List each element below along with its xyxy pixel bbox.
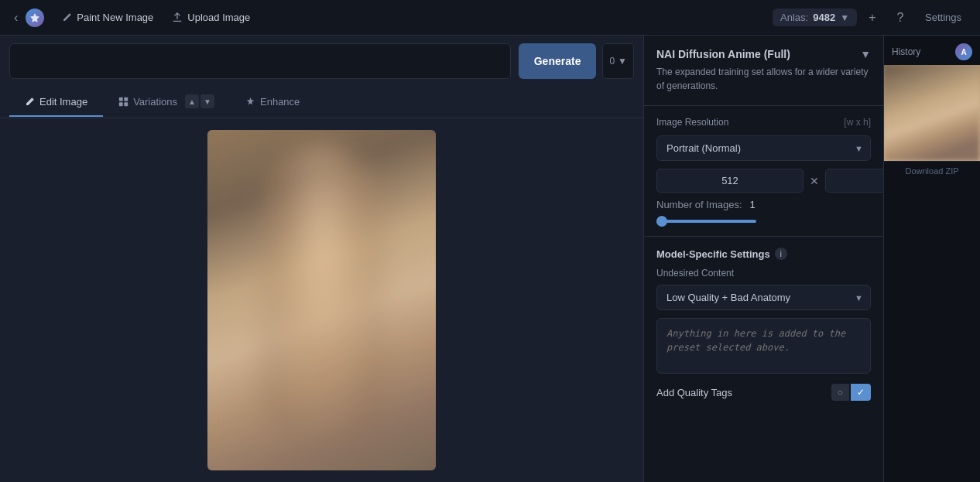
quality-tags-off-button[interactable]: ○ — [831, 384, 849, 401]
upload-icon — [172, 12, 183, 23]
download-zip-label: Download ZIP — [905, 166, 958, 176]
resolution-label-row: Image Resolution [w x h] — [656, 117, 871, 128]
add-button[interactable]: + — [860, 5, 885, 30]
help-button[interactable]: ? — [888, 5, 913, 30]
svg-rect-0 — [119, 97, 123, 101]
model-info: NAI Diffusion Anime (Full) The expanded … — [644, 36, 883, 106]
logo-icon — [26, 9, 44, 27]
variation-arrows: ▲ ▼ — [185, 94, 214, 108]
resolution-x-icon: ✕ — [810, 175, 819, 187]
variation-up-arrow[interactable]: ▲ — [185, 94, 199, 108]
anlas-label: Anlas: — [780, 12, 808, 23]
resolution-label: Image Resolution — [656, 117, 728, 128]
svg-rect-3 — [124, 102, 128, 106]
resolution-hint: [w x h] — [844, 117, 871, 128]
resolution-section: Image Resolution [w x h] Portrait (Norma… — [644, 106, 883, 237]
help-icon: ? — [897, 11, 904, 25]
image-area — [0, 118, 643, 482]
tab-edit-image[interactable]: Edit Image — [9, 88, 103, 117]
topnav: ‹ Paint New Image Upload Image Anlas: 94… — [0, 0, 980, 36]
resolution-width-input[interactable] — [656, 169, 804, 193]
number-of-images-row: Number of Images: 1 — [656, 199, 871, 210]
tab-edit-image-label: Edit Image — [39, 96, 87, 108]
model-title: NAI Diffusion Anime (Full) — [656, 48, 871, 60]
pencil-icon — [61, 12, 72, 23]
number-of-images-label: Number of Images: — [656, 199, 742, 210]
back-button[interactable]: ‹ — [9, 8, 22, 28]
logo — [26, 9, 44, 27]
right-panel: NAI Diffusion Anime (Full) The expanded … — [643, 36, 883, 482]
enhance-icon — [245, 97, 255, 107]
upload-image-label: Upload Image — [187, 12, 250, 23]
cost-value: 0 — [609, 56, 615, 67]
prompt-bar: Generate 0 ▼ — [0, 36, 643, 87]
model-specific-title-text: Model-Specific Settings — [656, 248, 770, 260]
history-thumbnail-image — [884, 65, 980, 161]
generated-image — [207, 130, 436, 470]
model-specific-section: Model-Specific Settings i Undesired Cont… — [644, 237, 883, 412]
history-label: History — [892, 46, 920, 57]
history-avatar: A — [955, 43, 972, 60]
prompt-input[interactable] — [9, 43, 511, 79]
number-of-images-value: 1 — [750, 199, 756, 210]
model-expand-button[interactable]: ▼ — [860, 48, 871, 60]
download-zip[interactable]: Download ZIP — [884, 161, 980, 180]
variation-down-arrow[interactable]: ▼ — [200, 94, 214, 108]
image-blur-overlay — [207, 130, 436, 470]
resolution-inputs: ✕ — [656, 169, 871, 193]
edit-icon — [25, 97, 35, 107]
anlas-dropdown-icon: ▼ — [840, 12, 849, 23]
anlas-display: Anlas: 9482 ▼ — [773, 9, 857, 26]
generate-label: Generate — [534, 55, 581, 67]
undesired-preset-select[interactable]: Low Quality + Bad Anatomy None Heavy — [656, 285, 871, 310]
resolution-preset-wrapper: Portrait (Normal) Landscape (Normal) Squ… — [656, 135, 871, 161]
model-description: The expanded training set allows for a w… — [656, 65, 871, 93]
variations-icon — [118, 97, 128, 107]
generate-area: Generate 0 ▼ — [519, 43, 634, 79]
generate-button[interactable]: Generate — [519, 43, 597, 79]
resolution-height-input[interactable] — [825, 169, 883, 193]
cost-dropdown-icon: ▼ — [618, 56, 627, 67]
settings-label: Settings — [925, 12, 961, 23]
tab-enhance[interactable]: Enhance — [230, 88, 315, 117]
cost-badge: 0 ▼ — [602, 43, 634, 79]
toggle-off-icon: ○ — [838, 387, 843, 398]
number-of-images-slider[interactable] — [656, 220, 756, 223]
undesired-preset-wrapper: Low Quality + Bad Anatomy None Heavy ▼ — [656, 285, 871, 310]
settings-button[interactable]: Settings — [916, 7, 971, 28]
paint-new-image-button[interactable]: Paint New Image — [53, 7, 161, 28]
tabs-bar: Edit Image Variations ▲ ▼ Enhance — [0, 87, 643, 118]
avatar-initials: A — [961, 48, 966, 56]
resolution-preset-select[interactable]: Portrait (Normal) Landscape (Normal) Squ… — [656, 135, 871, 161]
plus-icon: + — [869, 11, 875, 25]
history-thumbnail[interactable] — [884, 65, 980, 161]
tab-enhance-label: Enhance — [260, 96, 300, 108]
history-panel: History A Download ZIP — [883, 36, 980, 482]
info-icon-label: i — [780, 250, 782, 258]
center-area: Generate 0 ▼ Edit Image Variations ▲ ▼ — [0, 36, 643, 482]
tab-variations[interactable]: Variations ▲ ▼ — [103, 87, 230, 118]
paint-new-image-label: Paint New Image — [77, 12, 153, 23]
undesired-label: Undesired Content — [656, 268, 871, 279]
toggle-on-icon: ✓ — [857, 387, 865, 398]
svg-rect-1 — [124, 97, 128, 101]
model-specific-title-row: Model-Specific Settings i — [656, 248, 871, 260]
quality-tags-toggle: ○ ✓ — [831, 384, 871, 401]
quality-tags-label: Add Quality Tags — [656, 387, 732, 398]
main-layout: Generate 0 ▼ Edit Image Variations ▲ ▼ — [0, 36, 980, 482]
svg-rect-2 — [119, 102, 123, 106]
upload-image-button[interactable]: Upload Image — [164, 7, 258, 28]
quality-tags-row: Add Quality Tags ○ ✓ — [656, 384, 871, 401]
undesired-textarea[interactable] — [656, 318, 871, 374]
model-specific-info-icon[interactable]: i — [775, 248, 787, 260]
anlas-value: 9482 — [813, 12, 835, 23]
history-header: History A — [884, 36, 980, 65]
quality-tags-on-button[interactable]: ✓ — [851, 384, 871, 401]
tab-variations-label: Variations — [133, 96, 177, 108]
